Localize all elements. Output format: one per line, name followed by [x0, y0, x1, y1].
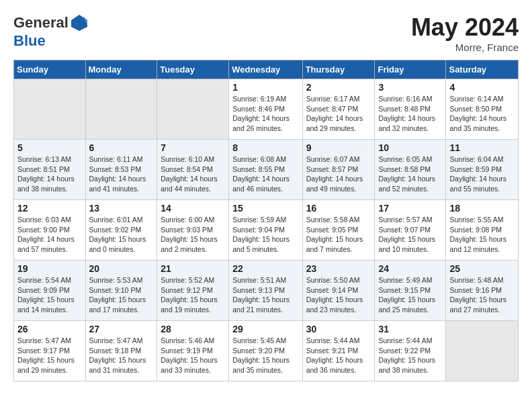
day-number: 22 — [232, 263, 298, 274]
day-info: Sunrise: 5:45 AMSunset: 9:20 PMDaylight:… — [232, 336, 298, 375]
location-subtitle: Morre, France — [411, 42, 519, 53]
day-info: Sunrise: 6:01 AMSunset: 9:02 PMDaylight:… — [89, 215, 154, 255]
day-number: 2 — [306, 82, 371, 93]
day-info: Sunrise: 6:14 AMSunset: 8:50 PMDaylight:… — [449, 94, 515, 134]
calendar-day-cell: 30Sunrise: 5:44 AMSunset: 9:21 PMDayligh… — [302, 321, 375, 381]
calendar-day-cell: 28Sunrise: 5:46 AMSunset: 9:19 PMDayligh… — [157, 321, 229, 381]
calendar-day-cell: 23Sunrise: 5:50 AMSunset: 9:14 PMDayligh… — [302, 261, 375, 321]
day-number: 3 — [378, 82, 442, 93]
calendar-day-cell: 4Sunrise: 6:14 AMSunset: 8:50 PMDaylight… — [446, 79, 519, 140]
day-info: Sunrise: 6:16 AMSunset: 8:48 PMDaylight:… — [378, 94, 442, 134]
day-info: Sunrise: 5:47 AMSunset: 9:17 PMDaylight:… — [17, 336, 82, 375]
calendar-week-row: 5Sunrise: 6:13 AMSunset: 8:51 PMDaylight… — [14, 140, 519, 200]
day-number: 17 — [378, 203, 442, 214]
day-number: 21 — [161, 263, 225, 274]
calendar-day-cell: 6Sunrise: 6:11 AMSunset: 8:53 PMDaylight… — [85, 140, 157, 200]
day-number: 13 — [89, 203, 154, 214]
day-number: 18 — [449, 203, 515, 214]
day-info: Sunrise: 5:54 AMSunset: 9:09 PMDaylight:… — [17, 275, 82, 315]
day-number: 4 — [449, 82, 515, 93]
day-info: Sunrise: 5:50 AMSunset: 9:14 PMDaylight:… — [306, 275, 371, 315]
calendar-day-cell: 25Sunrise: 5:48 AMSunset: 9:16 PMDayligh… — [446, 261, 519, 321]
day-number: 6 — [89, 142, 154, 153]
calendar-day-cell — [157, 79, 229, 140]
logo-general-text: General — [13, 14, 69, 32]
calendar-day-cell: 5Sunrise: 6:13 AMSunset: 8:51 PMDaylight… — [14, 140, 86, 200]
calendar-day-cell: 9Sunrise: 6:07 AMSunset: 8:57 PMDaylight… — [302, 140, 375, 200]
weekday-header-saturday: Saturday — [446, 60, 519, 79]
title-block: May 2024 Morre, France — [411, 13, 519, 53]
page-header: General Blue May 2024 Morre, France — [13, 13, 519, 53]
day-number: 7 — [161, 142, 225, 153]
day-number: 10 — [378, 142, 442, 153]
calendar-day-cell: 8Sunrise: 6:08 AMSunset: 8:55 PMDaylight… — [229, 140, 302, 200]
day-number: 25 — [449, 263, 515, 274]
calendar-day-cell: 2Sunrise: 6:17 AMSunset: 8:47 PMDaylight… — [302, 79, 375, 140]
calendar-day-cell: 3Sunrise: 6:16 AMSunset: 8:48 PMDaylight… — [375, 79, 446, 140]
calendar-week-row: 12Sunrise: 6:03 AMSunset: 9:00 PMDayligh… — [14, 200, 519, 261]
day-number: 28 — [161, 324, 225, 334]
calendar-day-cell: 15Sunrise: 5:59 AMSunset: 9:04 PMDayligh… — [229, 200, 302, 261]
day-number: 31 — [378, 324, 442, 334]
day-info: Sunrise: 5:53 AMSunset: 9:10 PMDaylight:… — [89, 275, 154, 315]
svg-marker-0 — [71, 15, 87, 31]
day-number: 5 — [17, 142, 82, 153]
calendar-day-cell: 16Sunrise: 5:58 AMSunset: 9:05 PMDayligh… — [302, 200, 375, 261]
day-number: 1 — [232, 82, 298, 93]
day-info: Sunrise: 5:52 AMSunset: 9:12 PMDaylight:… — [161, 275, 225, 315]
day-number: 14 — [161, 203, 225, 214]
calendar-day-cell: 24Sunrise: 5:49 AMSunset: 9:15 PMDayligh… — [375, 261, 446, 321]
month-year-title: May 2024 — [411, 13, 519, 42]
day-info: Sunrise: 6:00 AMSunset: 9:03 PMDaylight:… — [161, 215, 225, 255]
calendar-day-cell: 20Sunrise: 5:53 AMSunset: 9:10 PMDayligh… — [85, 261, 157, 321]
weekday-header-tuesday: Tuesday — [157, 60, 229, 79]
day-number: 12 — [17, 203, 82, 214]
calendar-header-row: SundayMondayTuesdayWednesdayThursdayFrid… — [14, 60, 519, 79]
day-info: Sunrise: 5:49 AMSunset: 9:15 PMDaylight:… — [378, 275, 442, 315]
day-info: Sunrise: 5:48 AMSunset: 9:16 PMDaylight:… — [449, 275, 515, 315]
calendar-day-cell: 26Sunrise: 5:47 AMSunset: 9:17 PMDayligh… — [14, 321, 86, 381]
day-number: 16 — [306, 203, 371, 214]
day-info: Sunrise: 6:04 AMSunset: 8:59 PMDaylight:… — [449, 154, 515, 194]
day-info: Sunrise: 6:07 AMSunset: 8:57 PMDaylight:… — [306, 154, 371, 194]
day-info: Sunrise: 6:03 AMSunset: 9:00 PMDaylight:… — [17, 215, 82, 255]
day-info: Sunrise: 5:46 AMSunset: 9:19 PMDaylight:… — [161, 336, 225, 375]
day-info: Sunrise: 5:59 AMSunset: 9:04 PMDaylight:… — [232, 215, 298, 255]
calendar-day-cell: 11Sunrise: 6:04 AMSunset: 8:59 PMDayligh… — [446, 140, 519, 200]
day-info: Sunrise: 6:19 AMSunset: 8:46 PMDaylight:… — [232, 94, 298, 134]
day-number: 9 — [306, 142, 371, 153]
day-number: 30 — [306, 324, 371, 334]
logo: General Blue — [13, 13, 89, 50]
calendar-day-cell: 13Sunrise: 6:01 AMSunset: 9:02 PMDayligh… — [85, 200, 157, 261]
day-number: 27 — [89, 324, 154, 334]
calendar-day-cell: 22Sunrise: 5:51 AMSunset: 9:13 PMDayligh… — [229, 261, 302, 321]
calendar-day-cell: 31Sunrise: 5:44 AMSunset: 9:22 PMDayligh… — [375, 321, 446, 381]
day-number: 15 — [232, 203, 298, 214]
calendar-week-row: 1Sunrise: 6:19 AMSunset: 8:46 PMDaylight… — [14, 79, 519, 140]
day-info: Sunrise: 5:51 AMSunset: 9:13 PMDaylight:… — [232, 275, 298, 315]
calendar-day-cell: 21Sunrise: 5:52 AMSunset: 9:12 PMDayligh… — [157, 261, 229, 321]
calendar-day-cell: 19Sunrise: 5:54 AMSunset: 9:09 PMDayligh… — [14, 261, 86, 321]
day-info: Sunrise: 5:58 AMSunset: 9:05 PMDaylight:… — [306, 215, 371, 255]
calendar-week-row: 26Sunrise: 5:47 AMSunset: 9:17 PMDayligh… — [14, 321, 519, 381]
calendar-day-cell: 14Sunrise: 6:00 AMSunset: 9:03 PMDayligh… — [157, 200, 229, 261]
weekday-header-thursday: Thursday — [302, 60, 375, 79]
calendar-day-cell: 12Sunrise: 6:03 AMSunset: 9:00 PMDayligh… — [14, 200, 86, 261]
calendar-day-cell — [14, 79, 86, 140]
calendar-day-cell: 18Sunrise: 5:55 AMSunset: 9:08 PMDayligh… — [446, 200, 519, 261]
calendar-day-cell: 27Sunrise: 5:47 AMSunset: 9:18 PMDayligh… — [85, 321, 157, 381]
day-number: 8 — [232, 142, 298, 153]
day-number: 24 — [378, 263, 442, 274]
day-number: 26 — [17, 324, 82, 334]
day-number: 20 — [89, 263, 154, 274]
day-info: Sunrise: 5:57 AMSunset: 9:07 PMDaylight:… — [378, 215, 442, 255]
calendar-day-cell — [85, 79, 157, 140]
weekday-header-wednesday: Wednesday — [229, 60, 302, 79]
calendar-day-cell: 10Sunrise: 6:05 AMSunset: 8:58 PMDayligh… — [375, 140, 446, 200]
logo-blue-text: Blue — [13, 32, 46, 50]
calendar-day-cell: 17Sunrise: 5:57 AMSunset: 9:07 PMDayligh… — [375, 200, 446, 261]
calendar-table: SundayMondayTuesdayWednesdayThursdayFrid… — [13, 60, 519, 381]
day-info: Sunrise: 6:08 AMSunset: 8:55 PMDaylight:… — [232, 154, 298, 194]
day-info: Sunrise: 5:44 AMSunset: 9:21 PMDaylight:… — [306, 336, 371, 375]
day-info: Sunrise: 6:05 AMSunset: 8:58 PMDaylight:… — [378, 154, 442, 194]
